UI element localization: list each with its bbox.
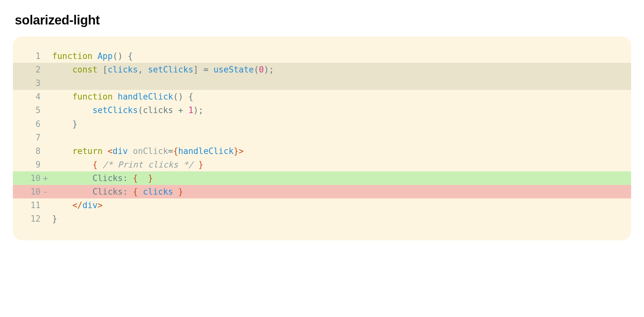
line-number: 11: [26, 198, 41, 212]
line-number: 4: [26, 90, 41, 103]
line-number: 1: [26, 49, 41, 63]
code-line: 5 setClicks(clicks + 1);: [13, 103, 631, 117]
code-line: 9 { /* Print clicks */ }: [13, 158, 631, 171]
code-content: [50, 131, 631, 144]
code-line: 8 return <div onClick={handleClick}>: [13, 144, 631, 158]
code-line: 1function App() {: [13, 49, 631, 63]
line-number: 3: [26, 76, 41, 90]
code-content: Clicks: { }: [50, 171, 631, 185]
code-content: Clicks: { clicks }: [50, 185, 631, 198]
code-content: [50, 76, 631, 90]
code-line: 3: [13, 76, 631, 90]
code-content: }: [50, 117, 631, 131]
code-line: 2 const [clicks, setClicks] = useState(0…: [13, 63, 631, 76]
line-number: 5: [26, 103, 41, 117]
line-number: 8: [26, 144, 41, 158]
code-content: const [clicks, setClicks] = useState(0);: [50, 63, 631, 76]
line-number: 2: [26, 63, 41, 76]
diff-mark: -: [41, 185, 50, 198]
code-line: 4 function handleClick() {: [13, 90, 631, 103]
code-content: function App() {: [50, 49, 631, 63]
code-content: setClicks(clicks + 1);: [50, 103, 631, 117]
line-number: 6: [26, 117, 41, 131]
line-number: 9: [26, 158, 41, 171]
line-number: 7: [26, 131, 41, 144]
code-content: function handleClick() {: [50, 90, 631, 103]
code-line: 10+ Clicks: { }: [13, 171, 631, 185]
line-number: 12: [26, 212, 41, 226]
theme-title: solarized-light: [15, 13, 631, 27]
line-number: 10: [26, 185, 41, 198]
code-line: 6 }: [13, 117, 631, 131]
code-line: 12}: [13, 212, 631, 226]
code-line: 11 </div>: [13, 198, 631, 212]
code-line: 10- Clicks: { clicks }: [13, 185, 631, 198]
code-line: 7: [13, 131, 631, 144]
code-content: }: [50, 212, 631, 226]
code-content: { /* Print clicks */ }: [50, 158, 631, 171]
code-content: </div>: [50, 198, 631, 212]
code-block: 1function App() {2 const [clicks, setCli…: [13, 36, 631, 240]
line-number: 10: [26, 171, 41, 185]
code-content: return <div onClick={handleClick}>: [50, 144, 631, 158]
diff-mark: +: [41, 171, 50, 185]
